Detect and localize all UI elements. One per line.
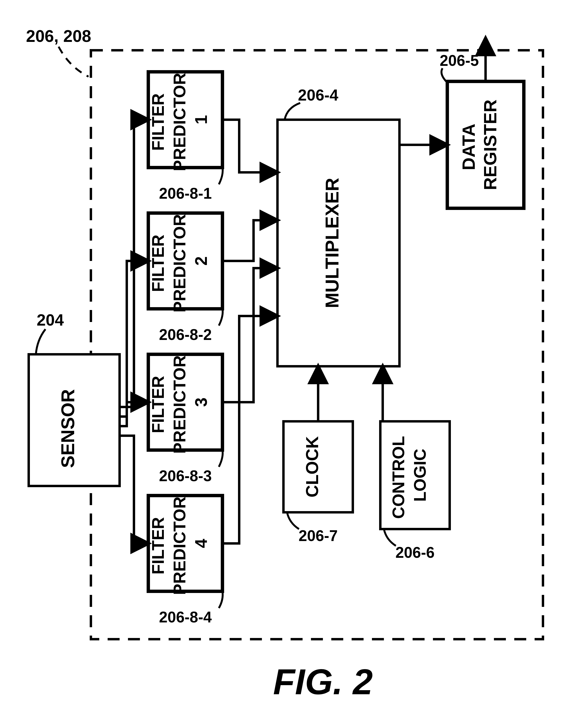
filter-predictor-4: FILTER PREDICTOR 4	[148, 492, 222, 595]
sensor-ref: 204	[36, 311, 64, 329]
fp3-ref: 206-8-3	[159, 467, 212, 485]
leader-fp2	[219, 309, 223, 326]
register-ref: 206-5	[440, 52, 479, 69]
filter-predictor-2: FILTER PREDICTOR 2	[148, 209, 222, 312]
leader-fp3	[219, 450, 223, 467]
filter-predictor-1: FILTER PREDICTOR 1	[148, 68, 222, 171]
wire-fp3-mux	[222, 268, 277, 402]
wire-fp4-mux	[222, 316, 277, 543]
wire-fp2-mux	[222, 220, 277, 261]
svg-text:MULTIPLEXER: MULTIPLEXER	[322, 178, 342, 308]
leader-clock	[287, 512, 299, 529]
leader-fp4	[219, 591, 223, 608]
leader-container	[59, 47, 88, 77]
mux-ref: 206-4	[298, 86, 338, 104]
leader-control	[384, 529, 396, 546]
multiplexer-block: MULTIPLEXER	[277, 120, 399, 366]
fp1-ref: 206-8-1	[159, 185, 212, 202]
leader-fp1	[219, 167, 223, 184]
sensor-label: SENSOR	[57, 389, 78, 468]
control-logic-block: CONTROL LOGIC	[380, 421, 450, 529]
fp2-ref: 206-8-2	[159, 326, 212, 343]
figure-label: FIG. 2	[273, 662, 373, 702]
diagram: 206, 208 SENSOR 204 FILTER PREDICTOR 1 2…	[0, 0, 581, 728]
leader-sensor	[36, 329, 46, 354]
leader-register	[442, 68, 447, 83]
clock-ref: 206-7	[299, 527, 338, 544]
container-ref: 206, 208	[26, 27, 91, 46]
data-register-block: DATA REGISTER	[447, 81, 524, 208]
fp4-ref: 206-8-4	[159, 608, 212, 626]
leader-mux	[285, 103, 300, 120]
wire-sensor-fp1	[119, 120, 148, 407]
wire-fp1-mux	[222, 120, 277, 172]
svg-text:CLOCK: CLOCK	[303, 436, 322, 497]
wire-sensor-fp4	[119, 436, 148, 543]
sensor-block: SENSOR	[29, 354, 119, 486]
control-ref: 206-6	[395, 544, 435, 561]
clock-block: CLOCK	[283, 421, 353, 512]
filter-predictor-3: FILTER PREDICTOR 3	[148, 351, 222, 454]
